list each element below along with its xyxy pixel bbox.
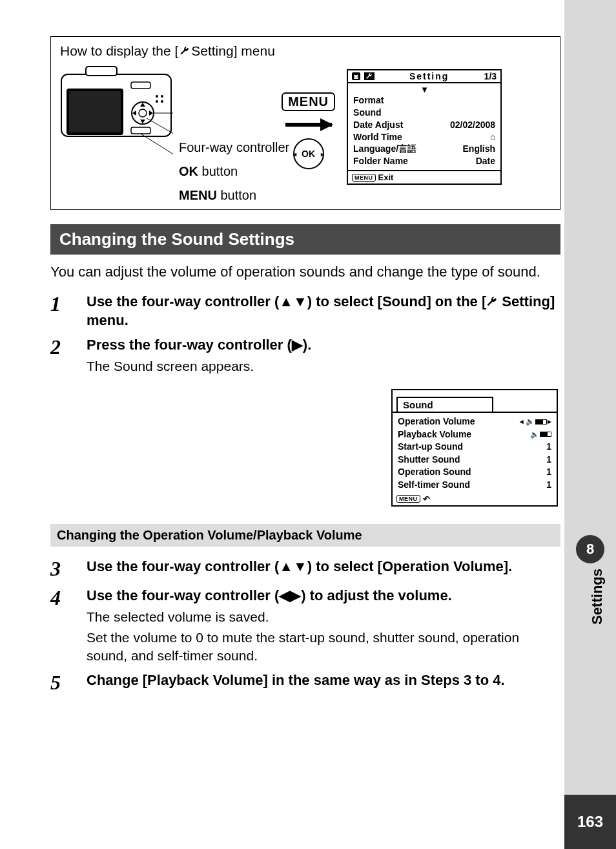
label-fourway: Four-way controller <box>179 140 289 155</box>
step-instruction: Use the four-way controller (▲▼) to sele… <box>87 557 512 576</box>
sound-row: Operation Volume ◂ 🔈 ▸ <box>398 415 551 428</box>
sidebar <box>564 0 616 849</box>
step-instruction: Use the four-way controller (◀▶) to adju… <box>87 586 560 605</box>
subsection-heading: Changing the Operation Volume/Playback V… <box>50 524 560 547</box>
howto-box: How to display the [ Setting] menu <box>50 36 560 210</box>
lcd-body: ▾ Format Sound Date Adjust02/02/2008 Wor… <box>348 83 500 170</box>
home-icon: ⌂ <box>490 131 495 143</box>
step-instruction: Change [Playback Volume] in the same way… <box>87 671 505 690</box>
section-heading: Changing the Sound Settings <box>50 224 560 255</box>
camera-diagram <box>60 63 176 173</box>
step-2: 2 Press the four-way controller (▶). The… <box>50 335 560 375</box>
lcd-row: Folder NameDate <box>353 155 495 167</box>
setting-lcd: ◙ Setting 1/3 ▾ Format Sound Date Adjust… <box>347 69 502 185</box>
ok-round-icon: OK <box>293 138 324 169</box>
menu-badge: MENU <box>282 92 335 111</box>
wrench-tab-icon <box>364 72 375 80</box>
chapter-badge: 8 <box>576 535 604 563</box>
svg-point-14 <box>161 100 163 103</box>
lcd-title: Setting <box>378 71 480 81</box>
lcd-page: 1/3 <box>484 71 497 81</box>
intro-text: You can adjust the volume of operation s… <box>50 262 560 282</box>
svg-rect-3 <box>86 67 117 76</box>
lcd-row: Format <box>353 94 495 107</box>
lcd-head: ◙ Setting 1/3 <box>348 70 500 83</box>
page-number: 163 <box>577 813 603 831</box>
label-menu: MENU button <box>179 188 289 203</box>
step-5: 5 Change [Playback Volume] in the same w… <box>50 671 560 695</box>
arrow-right-icon <box>285 123 332 127</box>
wrench-icon <box>180 46 190 56</box>
step-number: 1 <box>50 292 72 330</box>
howto-title-pre: How to display the [ <box>60 43 178 59</box>
svg-rect-4 <box>131 82 150 89</box>
sound-row: Playback Volume 🔈 <box>398 428 551 441</box>
step-1: 1 Use the four-way controller (▲▼) to se… <box>50 292 560 330</box>
step-3: 3 Use the four-way controller (▲▼) to se… <box>50 557 560 581</box>
sound-lcd: Sound Operation Volume ◂ 🔈 ▸ Playback Vo… <box>391 389 558 507</box>
step-4: 4 Use the four-way controller (◀▶) to ad… <box>50 586 560 666</box>
step-body: The Sound screen appears. <box>87 357 396 375</box>
camera-icon: ◙ <box>352 72 360 80</box>
howto-title: How to display the [ Setting] menu <box>60 43 551 59</box>
svg-rect-2 <box>69 91 121 132</box>
step-instruction: Use the four-way controller (▲▼) to sele… <box>87 292 560 330</box>
volume-icon: 🔈 <box>530 430 551 439</box>
sound-tab: Sound <box>396 397 493 412</box>
lcd-row: Date Adjust02/02/2008 <box>353 119 495 131</box>
menu-mini-badge: MENU <box>352 174 376 182</box>
volume-selected-icon: ◂ 🔈 ▸ <box>520 417 551 426</box>
svg-point-11 <box>156 95 158 98</box>
sound-foot: MENU ↶ <box>393 493 557 505</box>
sound-row: Operation Sound1 <box>398 466 551 479</box>
lcd-row: Sound <box>353 107 495 119</box>
sound-row: Start-up Sound1 <box>398 441 551 454</box>
svg-point-13 <box>156 100 158 103</box>
label-ok: OK button <box>179 164 289 179</box>
menu-arrow-col: MENU OK <box>282 92 335 169</box>
chapter-num: 8 <box>586 541 594 558</box>
step-number: 5 <box>50 671 72 695</box>
svg-point-6 <box>139 109 147 117</box>
lcd-exit: Exit <box>378 173 394 182</box>
howto-title-post: Setting] menu <box>191 43 275 59</box>
back-arrow-icon: ↶ <box>423 494 430 504</box>
menu-mini-badge: MENU <box>396 495 420 503</box>
sound-body: Operation Volume ◂ 🔈 ▸ Playback Volume 🔈… <box>393 412 557 493</box>
step-body: Set the volume to 0 to mute the start-up… <box>87 629 560 666</box>
step-number: 4 <box>50 586 72 666</box>
sound-row: Self-timer Sound1 <box>398 479 551 492</box>
step-body: The selected volume is saved. <box>87 608 560 626</box>
page-footer: 163 <box>564 795 616 849</box>
sound-row: Shutter Sound1 <box>398 454 551 466</box>
svg-point-12 <box>161 95 163 98</box>
lcd-row: World Time⌂ <box>353 131 495 143</box>
lcd-row: Language/言語English <box>353 143 495 155</box>
step-number: 3 <box>50 557 72 581</box>
lcd-foot: MENU Exit <box>348 170 500 183</box>
svg-rect-15 <box>131 127 150 134</box>
step-instruction: Press the four-way controller (▶). <box>87 335 396 355</box>
section-tab: Settings <box>589 569 606 625</box>
diagram-labels: Four-way controller OK button MENU butto… <box>179 140 289 203</box>
step-number: 2 <box>50 335 72 375</box>
